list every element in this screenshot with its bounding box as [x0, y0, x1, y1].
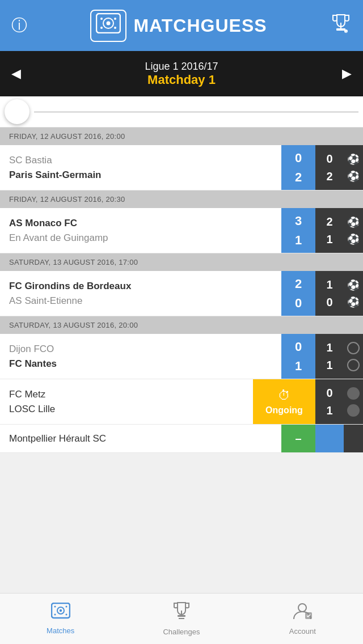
home-result: 2	[326, 215, 332, 228]
circle-icon-top	[347, 387, 360, 400]
match-teams: Dijon FCO FC Nantes	[0, 334, 281, 379]
challenges-nav-icon	[173, 601, 190, 625]
away-result: 1	[326, 404, 332, 417]
home-score: 2	[295, 277, 302, 291]
match-teams: AS Monaco FC En Avant de Guingamp	[0, 208, 281, 253]
svg-point-22	[298, 604, 306, 612]
away-result: 2	[326, 170, 332, 183]
away-score: 1	[295, 359, 302, 374]
home-score: 3	[295, 214, 302, 228]
match-list: FRIDAY, 12 AUGUST 2016, 20:00 SC Bastia …	[0, 128, 363, 504]
home-result: 0	[326, 387, 332, 400]
home-score: 0	[295, 340, 302, 354]
match-teams: SC Bastia Paris Saint-Germain	[0, 145, 281, 190]
away-team: Paris Saint-Germain	[9, 170, 272, 181]
away-result: 1	[326, 233, 332, 246]
ball-column	[344, 379, 363, 424]
ball-icon-bottom: ⚽	[347, 170, 360, 183]
svg-point-2	[107, 21, 111, 25]
ongoing-label: Ongoing	[265, 405, 303, 416]
svg-point-16	[65, 606, 67, 608]
match-row[interactable]: Dijon FCO FC Nantes 0 1 1 1	[0, 334, 363, 379]
blue-result-col	[315, 425, 344, 452]
date-separator-2: FRIDAY, 12 AUGUST 2016, 20:30	[0, 190, 363, 208]
ball-column: ⚽ ⚽	[344, 208, 363, 253]
home-score: 0	[295, 151, 302, 166]
svg-point-17	[54, 614, 56, 616]
next-matchday-button[interactable]: ▶	[342, 66, 352, 81]
date-separator-4: SATURDAY, 13 AUGUST 2016, 20:00	[0, 316, 363, 334]
green-status: –	[281, 425, 315, 452]
away-team: FC Nantes	[9, 358, 272, 370]
green-dash: –	[295, 432, 301, 445]
match-row-partial[interactable]: Montpellier Hérault SC –	[0, 425, 363, 453]
matchday-label: Matchday 1	[145, 73, 218, 87]
result-column: 2 1	[315, 208, 344, 253]
svg-point-14	[59, 609, 61, 612]
matchday-bar: ◀ Ligue 1 2016/17 Matchday 1 ▶	[0, 51, 363, 96]
svg-rect-9	[336, 28, 345, 31]
away-score: 0	[295, 296, 302, 311]
ring-icon-bottom	[347, 359, 360, 371]
away-score: 1	[295, 233, 302, 248]
home-team: SC Bastia	[9, 155, 272, 166]
match-teams: FC Metz LOSC Lille	[0, 379, 253, 424]
circle-icon-bottom	[347, 404, 360, 417]
ball-icon-bottom: ⚽	[347, 296, 360, 308]
nav-challenges[interactable]: Challenges	[121, 601, 242, 636]
result-column: 1 0	[315, 271, 344, 316]
header-center: MATCHGUESS	[90, 10, 267, 42]
date-separator-3: SATURDAY, 13 AUGUST 2016, 17:00	[0, 253, 363, 271]
account-nav-icon	[293, 602, 312, 624]
svg-point-18	[65, 614, 67, 616]
dark-col	[344, 425, 363, 452]
nav-matches[interactable]: Matches	[0, 603, 121, 635]
slider-track	[34, 111, 358, 113]
slider-thumb[interactable]	[5, 99, 29, 124]
result-column: 0 2	[315, 145, 344, 190]
date-separator-1: FRIDAY, 12 AUGUST 2016, 20:00	[0, 128, 363, 145]
matchday-info: Ligue 1 2016/17 Matchday 1	[145, 61, 218, 87]
svg-point-5	[114, 18, 116, 20]
match-row[interactable]: FC Metz LOSC Lille ⏱ Ongoing 0 1	[0, 379, 363, 425]
home-result: 0	[326, 152, 332, 166]
prev-matchday-button[interactable]: ◀	[11, 66, 21, 81]
trophy-icon[interactable]: ...	[330, 12, 352, 39]
match-row[interactable]: SC Bastia Paris Saint-Germain 0 2 0 2 ⚽ …	[0, 145, 363, 190]
league-name: Ligue 1 2016/17	[145, 61, 218, 73]
svg-rect-20	[178, 615, 185, 617]
away-score: 2	[295, 170, 302, 185]
match-row[interactable]: AS Monaco FC En Avant de Guingamp 3 1 2 …	[0, 208, 363, 253]
ring-icon-top	[347, 342, 360, 354]
match-teams: Montpellier Hérault SC	[0, 425, 281, 452]
ball-icon-top: ⚽	[347, 279, 360, 291]
ball-icon-top: ⚽	[347, 153, 360, 166]
score-column: 0 1	[281, 334, 315, 379]
matches-nav-label: Matches	[47, 626, 74, 635]
svg-point-7	[114, 27, 116, 29]
info-icon[interactable]: ⓘ	[11, 15, 27, 36]
matches-nav-icon	[51, 603, 70, 624]
away-team: LOSC Lille	[9, 404, 244, 415]
account-nav-label: Account	[289, 627, 316, 635]
result-column: 0 1	[315, 379, 344, 424]
score-column: 2 0	[281, 271, 315, 316]
app-title: MATCHGUESS	[133, 15, 267, 36]
header: ⓘ MATCHGUESS ...	[0, 0, 363, 51]
nav-account[interactable]: Account	[242, 602, 363, 635]
home-team: AS Monaco FC	[9, 218, 272, 229]
logo-icon	[90, 10, 126, 42]
home-team: FC Metz	[9, 389, 244, 400]
away-team: En Avant de Guingamp	[9, 232, 272, 244]
home-result: 1	[326, 278, 332, 291]
match-teams: FC Girondins de Bordeaux AS Saint-Etienn…	[0, 271, 281, 316]
svg-point-6	[100, 27, 103, 29]
bottom-navigation: Matches Challenges Account	[0, 593, 363, 644]
challenges-nav-label: Challenges	[163, 628, 200, 636]
matchday-slider[interactable]	[0, 96, 363, 128]
match-row[interactable]: FC Girondins de Bordeaux AS Saint-Etienn…	[0, 271, 363, 316]
home-team: Dijon FCO	[9, 344, 272, 355]
home-team: Montpellier Hérault SC	[9, 433, 272, 444]
home-result: 1	[326, 341, 332, 354]
svg-text:...: ...	[345, 29, 348, 33]
